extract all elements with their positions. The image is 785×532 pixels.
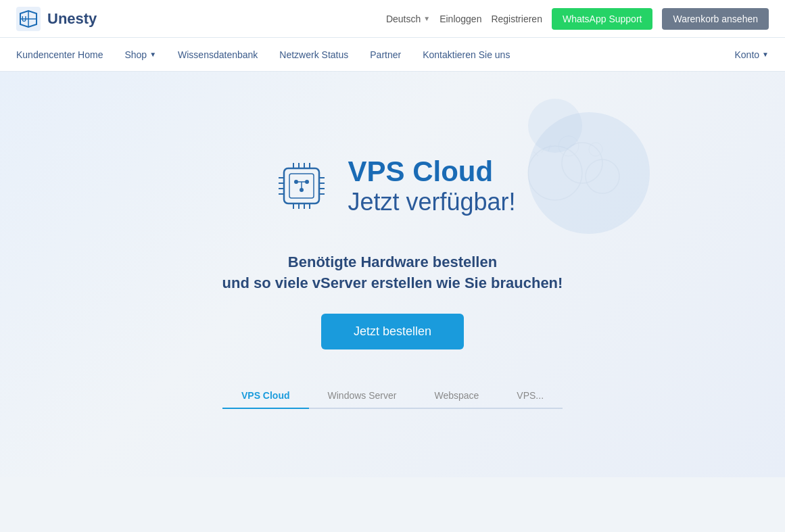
nav-partner[interactable]: Partner xyxy=(370,49,401,60)
hero-tabs: VPS Cloud Windows Server Webspace VPS... xyxy=(156,383,629,409)
nav-wissensdatenbank[interactable]: Wissensdatenbank xyxy=(178,49,258,60)
navbar-right: Konto ▼ xyxy=(735,49,769,60)
logo-icon: U xyxy=(16,7,41,31)
nav-kontakt[interactable]: Kontaktieren Sie uns xyxy=(423,49,510,60)
hero-description-line1: Benötigte Hardware bestellen xyxy=(222,252,563,273)
logo-area: U Unesty xyxy=(16,7,97,31)
tab-windows-server[interactable]: Windows Server xyxy=(309,383,416,409)
tab-webspace[interactable]: Webspace xyxy=(415,383,498,409)
logo-text: Unesty xyxy=(47,10,97,28)
hero-top: VPS Cloud Jetzt verfügbar! xyxy=(269,153,515,218)
cart-button[interactable]: Warenkorb ansehen xyxy=(662,8,769,30)
chevron-down-icon: ▼ xyxy=(423,15,430,22)
login-button[interactable]: Einloggen xyxy=(439,14,481,24)
tab-vps-cloud[interactable]: VPS Cloud xyxy=(222,383,309,409)
nav-konto[interactable]: Konto ▼ xyxy=(735,49,769,60)
hero-title: VPS Cloud xyxy=(348,155,515,188)
svg-line-6 xyxy=(548,145,550,151)
nav-netzwerk[interactable]: Netzwerk Status xyxy=(279,49,348,60)
hero-subtitle: Jetzt verfügbar! xyxy=(348,188,515,216)
language-selector[interactable]: Deutsch ▼ xyxy=(386,14,430,24)
hero-description-line2: und so viele vServer erstellen wie Sie b… xyxy=(222,273,563,294)
hero-section: VPS Cloud Jetzt verfügbar! Benötigte Har… xyxy=(0,72,785,477)
order-button[interactable]: Jetzt bestellen xyxy=(321,314,464,349)
svg-point-9 xyxy=(589,143,602,156)
main-navbar: Kundencenter Home Shop ▼ Wissensdatenban… xyxy=(0,38,785,72)
whatsapp-support-button[interactable]: WhatsApp Support xyxy=(552,8,653,30)
svg-point-8 xyxy=(558,136,579,156)
topbar-right: Deutsch ▼ Einloggen Registrieren WhatsAp… xyxy=(386,8,769,30)
svg-text:U: U xyxy=(22,16,26,23)
svg-line-5 xyxy=(542,147,545,153)
cloud-decoration xyxy=(501,126,636,207)
chevron-down-icon: ▼ xyxy=(762,51,769,58)
chip-icon xyxy=(269,153,334,218)
register-button[interactable]: Registrieren xyxy=(491,14,542,24)
tab-vps-more[interactable]: VPS... xyxy=(498,383,563,409)
hero-description: Benötigte Hardware bestellen und so viel… xyxy=(222,252,563,294)
chevron-down-icon: ▼ xyxy=(149,51,156,58)
topbar: U Unesty Deutsch ▼ Einloggen Registriere… xyxy=(0,0,785,38)
nav-kundencenter[interactable]: Kundencenter Home xyxy=(16,49,103,60)
nav-shop[interactable]: Shop ▼ xyxy=(124,49,156,60)
navbar-left: Kundencenter Home Shop ▼ Wissensdatenban… xyxy=(16,49,510,60)
hero-title-group: VPS Cloud Jetzt verfügbar! xyxy=(348,155,515,216)
